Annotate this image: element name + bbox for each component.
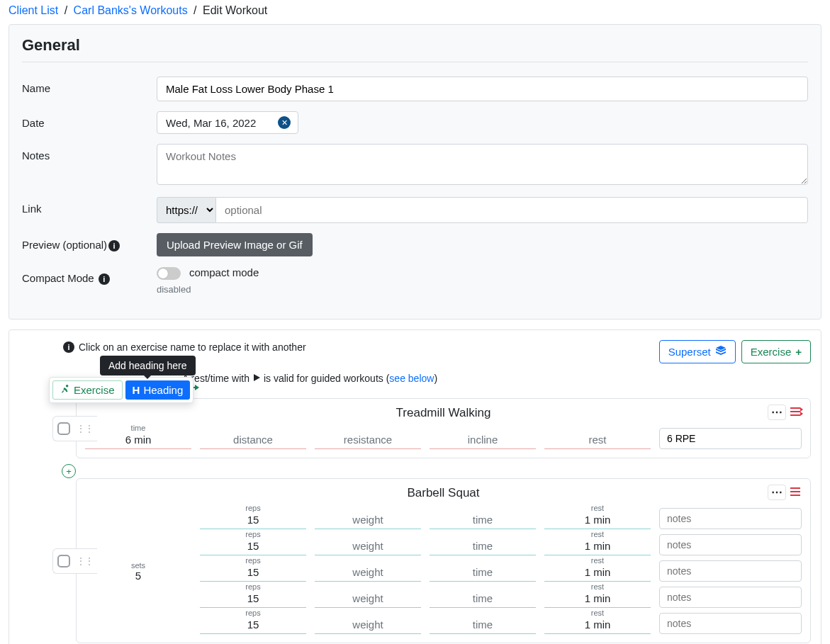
set-row: reps15weighttimerest1 min <box>85 583 802 608</box>
date-value: Wed, Mar 16, 2022 <box>166 117 278 129</box>
select-checkbox[interactable] <box>57 422 70 435</box>
weight-cell[interactable]: weight <box>315 565 421 582</box>
set-row: reps15weighttimerest1 min <box>85 531 802 555</box>
insert-between-button[interactable]: + <box>62 464 76 478</box>
resistance-cell[interactable]: resistance <box>315 432 421 449</box>
notes-input[interactable] <box>659 508 802 529</box>
divider <box>22 62 808 62</box>
distance-cell[interactable]: distance <box>200 432 306 449</box>
time-cell[interactable]: time <box>430 512 536 529</box>
clear-date-icon[interactable]: ✕ <box>278 116 291 129</box>
breadcrumb-current: Edit Workout <box>203 4 267 16</box>
info-icon[interactable]: i <box>108 240 120 252</box>
time-cell[interactable]: time 6 min <box>85 424 191 449</box>
exercise-card: ⋮⋮ ⋯ Treadmill Walking time 6 min distan… <box>76 398 811 458</box>
svg-rect-6 <box>790 495 800 496</box>
exercise-title[interactable]: Barbell Squat <box>85 486 802 500</box>
delete-icon[interactable] <box>790 407 803 419</box>
hint-closing: ) <box>434 373 437 384</box>
svg-rect-5 <box>790 491 800 492</box>
time-cell[interactable]: time <box>430 617 536 634</box>
breadcrumb-sep: / <box>191 4 199 16</box>
reps-cell[interactable]: reps15 <box>200 609 306 634</box>
info-icon[interactable]: i <box>99 273 110 285</box>
notes-input[interactable] <box>659 587 802 608</box>
time-cell[interactable]: time <box>430 538 536 555</box>
link-input[interactable] <box>215 197 808 223</box>
notes-input[interactable] <box>659 613 802 634</box>
notes-cell <box>659 613 802 634</box>
running-icon <box>60 384 70 396</box>
popover-exercise-option[interactable]: Exercise <box>52 380 123 400</box>
heading-icon: H <box>133 384 140 396</box>
protocol-select[interactable]: https:// <box>157 197 215 223</box>
preview-label: Preview (optional)i <box>22 233 157 252</box>
reps-cell[interactable]: reps15 <box>200 531 306 555</box>
select-checkbox[interactable] <box>57 555 70 567</box>
notes-input[interactable] <box>659 534 802 555</box>
svg-rect-3 <box>790 414 800 416</box>
notes-cell <box>659 508 802 529</box>
play-icon <box>252 373 261 384</box>
notes-input[interactable] <box>659 560 802 582</box>
notes-cell <box>659 587 802 608</box>
exercise-card: ⋮⋮ ⋯ Barbell Squat reps15weighttimerest1… <box>76 478 811 643</box>
notes-input[interactable] <box>659 428 802 449</box>
notes-input[interactable] <box>157 144 808 185</box>
compact-mode-status: disabled <box>157 284 808 295</box>
set-row: reps15weighttimerest1 min <box>85 609 802 634</box>
rest-cell[interactable]: rest <box>544 432 651 449</box>
compact-mode-label: Compact Mode i <box>22 266 157 285</box>
card-handle: ⋮⋮ <box>52 548 97 574</box>
reps-cell[interactable]: reps15 <box>200 583 306 608</box>
name-input[interactable] <box>157 77 808 101</box>
rest-cell[interactable]: rest1 min <box>544 504 651 529</box>
breadcrumb-client-list[interactable]: Client List <box>9 4 58 16</box>
svg-point-0 <box>66 385 69 388</box>
svg-rect-4 <box>790 487 800 489</box>
drag-handle-icon[interactable]: ⋮⋮ <box>76 555 93 567</box>
card-handle: ⋮⋮ <box>52 416 97 441</box>
breadcrumb-workouts[interactable]: Carl Banks's Workouts <box>74 4 188 16</box>
rest-cell[interactable]: rest1 min <box>544 583 651 608</box>
weight-cell[interactable]: weight <box>315 591 421 608</box>
upload-preview-button[interactable]: Upload Preview Image or Gif <box>157 233 313 256</box>
date-label: Date <box>22 111 157 129</box>
delete-icon[interactable] <box>790 487 803 499</box>
breadcrumb: Client List / Carl Banks's Workouts / Ed… <box>9 0 821 24</box>
notes-label: Notes <box>22 144 157 162</box>
set-row: reps15weighttimerest1 min <box>85 504 802 529</box>
date-input[interactable]: Wed, Mar 16, 2022 ✕ <box>157 111 298 134</box>
card-menu-button[interactable]: ⋯ <box>768 485 786 500</box>
hint-replace: Click on an exercise name to replace it … <box>79 341 306 353</box>
compact-mode-toggle[interactable] <box>157 267 181 280</box>
time-cell[interactable]: time <box>430 591 536 608</box>
popover-heading-option[interactable]: H Heading <box>125 380 191 400</box>
reps-cell[interactable]: reps15 <box>200 557 306 582</box>
weight-cell[interactable]: weight <box>315 512 421 529</box>
hint-rest-suffix: is valid for guided workouts ( <box>264 373 389 384</box>
reps-cell[interactable]: reps15 <box>200 504 306 529</box>
rest-cell[interactable]: rest1 min <box>544 557 651 582</box>
link-label: Link <box>22 197 157 215</box>
exercises-panel: Superset Exercise + i Click on an exerci… <box>9 329 821 644</box>
weight-cell[interactable]: weight <box>315 538 421 555</box>
incline-cell[interactable]: incline <box>430 432 536 449</box>
info-icon: i <box>63 341 74 353</box>
compact-mode-text: compact mode <box>189 266 259 278</box>
drag-handle-icon[interactable]: ⋮⋮ <box>76 423 93 434</box>
time-cell[interactable]: time <box>430 565 536 582</box>
svg-rect-2 <box>790 411 800 412</box>
weight-cell[interactable]: weight <box>315 617 421 634</box>
notes-cell <box>659 560 802 582</box>
card-menu-button[interactable]: ⋯ <box>768 405 786 420</box>
rest-cell[interactable]: rest1 min <box>544 609 651 634</box>
exercise-title[interactable]: Treadmill Walking <box>85 406 802 420</box>
svg-rect-1 <box>790 407 800 409</box>
see-below-link[interactable]: see below <box>389 373 434 384</box>
add-heading-tooltip: Add heading here <box>100 356 196 375</box>
notes-cell <box>659 534 802 555</box>
name-label: Name <box>22 77 157 94</box>
insert-popover: Exercise H Heading <box>49 377 194 403</box>
rest-cell[interactable]: rest1 min <box>544 531 651 555</box>
